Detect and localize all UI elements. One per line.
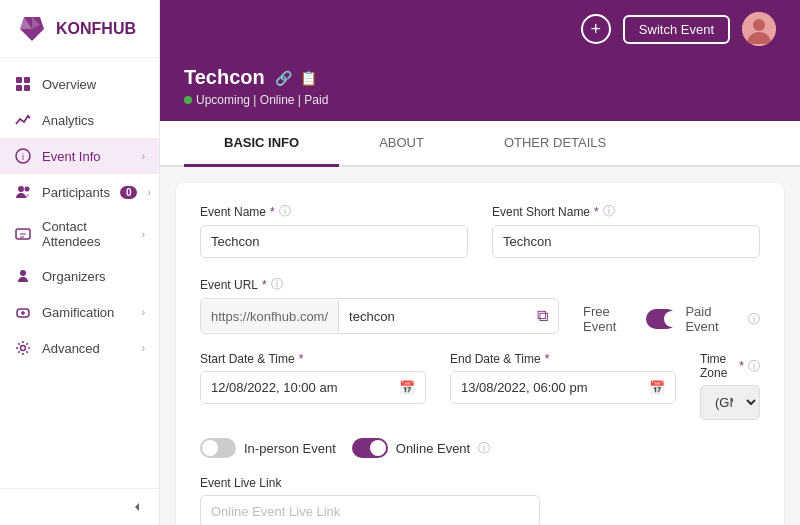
url-input[interactable] <box>339 301 527 332</box>
svg-rect-6 <box>24 85 30 91</box>
logo-text: KONFHUB <box>56 20 136 38</box>
top-bar: + Switch Event <box>160 0 800 58</box>
in-person-label: In-person Event <box>244 441 336 456</box>
payment-info-icon[interactable]: ⓘ <box>748 311 760 328</box>
url-info-icon[interactable]: ⓘ <box>271 276 283 293</box>
switch-event-button[interactable]: Switch Event <box>623 15 730 44</box>
end-date-input[interactable] <box>451 372 639 403</box>
svg-rect-5 <box>16 85 22 91</box>
end-date-group: End Date & Time * 📅 <box>450 352 676 420</box>
event-title-row: Techcon 🔗 📋 <box>184 66 776 89</box>
status-dot <box>184 96 192 104</box>
sidebar-item-advanced[interactable]: Advanced › <box>0 330 159 366</box>
event-name-input[interactable] <box>200 225 468 258</box>
event-header: Techcon 🔗 📋 Upcoming | Online | Paid <box>160 58 800 121</box>
in-person-toggle[interactable] <box>200 438 236 458</box>
form-row-names: Event Name * ⓘ Event Short Name * ⓘ <box>200 203 760 258</box>
tab-basic-info[interactable]: BASIC INFO <box>184 121 339 167</box>
sidebar-item-advanced-label: Advanced <box>42 341 132 356</box>
sidebar-item-contact-attendees[interactable]: Contact Attendees › <box>0 210 159 258</box>
chevron-right-icon4: › <box>142 307 145 318</box>
start-date-group: Start Date & Time * 📅 <box>200 352 426 420</box>
participants-badge: 0 <box>120 186 138 199</box>
timezone-info-icon[interactable]: ⓘ <box>748 358 760 375</box>
in-person-knob <box>202 440 218 456</box>
sidebar-item-analytics[interactable]: Analytics <box>0 102 159 138</box>
online-label: Online Event <box>396 441 470 456</box>
contact-icon <box>14 225 32 243</box>
start-date-calendar-icon[interactable]: 📅 <box>389 372 425 403</box>
sidebar-item-organizers-label: Organizers <box>42 269 145 284</box>
form-row-dates: Start Date & Time * 📅 End Date & Time * <box>200 352 760 420</box>
event-name-info-icon[interactable]: ⓘ <box>279 203 291 220</box>
sidebar-collapse-btn[interactable] <box>0 488 159 525</box>
settings-icon <box>14 339 32 357</box>
toggle-knob <box>664 311 680 327</box>
game-icon <box>14 303 32 321</box>
sidebar-item-analytics-label: Analytics <box>42 113 145 128</box>
tabs-bar: BASIC INFO ABOUT OTHER DETAILS <box>160 121 800 167</box>
sidebar-item-gamification[interactable]: Gamification › <box>0 294 159 330</box>
sidebar-item-overview-label: Overview <box>42 77 145 92</box>
start-date-input[interactable] <box>201 372 389 403</box>
sidebar-item-contact-label: Contact Attendees <box>42 219 132 249</box>
sidebar-item-participants[interactable]: Participants 0 › <box>0 174 159 210</box>
form-row-url: Event URL * ⓘ https://konfhub.com/ ⧉ Fre… <box>200 276 760 334</box>
live-link-input[interactable] <box>200 495 540 525</box>
chevron-right-icon5: › <box>142 343 145 354</box>
sidebar-item-event-info-label: Event Info <box>42 149 132 164</box>
main-content: + Switch Event Techcon 🔗 📋 Upcoming | On… <box>160 0 800 525</box>
event-status: Upcoming | Online | Paid <box>184 93 776 107</box>
online-info-icon[interactable]: ⓘ <box>478 440 490 457</box>
sidebar-item-participants-label: Participants <box>42 185 110 200</box>
add-button[interactable]: + <box>581 14 611 44</box>
info-icon: i <box>14 147 32 165</box>
url-copy-icon[interactable]: ⧉ <box>527 299 558 333</box>
chevron-right-icon: › <box>142 151 145 162</box>
event-title: Techcon <box>184 66 265 89</box>
end-date-label: End Date & Time * <box>450 352 676 366</box>
end-date-wrapper: 📅 <box>450 371 676 404</box>
online-toggle-group: Online Event ⓘ <box>352 438 490 458</box>
people-icon <box>14 183 32 201</box>
timezone-select[interactable]: (GMT+5:30) Asia/Kolkata <box>700 385 760 420</box>
svg-point-10 <box>25 187 30 192</box>
svg-point-16 <box>753 19 765 31</box>
start-date-wrapper: 📅 <box>200 371 426 404</box>
event-url-label: Event URL * ⓘ <box>200 276 559 293</box>
url-prefix: https://konfhub.com/ <box>201 301 339 332</box>
sidebar-item-gamification-label: Gamification <box>42 305 132 320</box>
online-knob <box>370 440 386 456</box>
online-toggle[interactable] <box>352 438 388 458</box>
in-person-toggle-group: In-person Event <box>200 438 336 458</box>
sidebar: KONFHUB Overview Analytics i Event Info … <box>0 0 160 525</box>
free-event-label: Free Event <box>583 304 638 334</box>
paid-event-label: Paid Event <box>685 304 740 334</box>
event-short-name-input[interactable] <box>492 225 760 258</box>
grid-icon <box>14 75 32 93</box>
payment-toggle: Free Event Paid Event ⓘ <box>583 304 760 334</box>
end-date-calendar-icon[interactable]: 📅 <box>639 372 675 403</box>
sidebar-item-organizers[interactable]: Organizers <box>0 258 159 294</box>
svg-point-14 <box>21 346 26 351</box>
payment-toggle-switch[interactable] <box>646 309 677 329</box>
org-icon <box>14 267 32 285</box>
event-short-name-group: Event Short Name * ⓘ <box>492 203 760 258</box>
copy-icon[interactable]: 📋 <box>300 70 317 86</box>
event-short-name-info-icon[interactable]: ⓘ <box>603 203 615 220</box>
sidebar-nav: Overview Analytics i Event Info › Partic… <box>0 58 159 488</box>
sidebar-item-event-info[interactable]: i Event Info › <box>0 138 159 174</box>
user-avatar[interactable] <box>742 12 776 46</box>
logo[interactable]: KONFHUB <box>0 0 159 58</box>
event-status-text: Upcoming | Online | Paid <box>196 93 328 107</box>
tab-about[interactable]: ABOUT <box>339 121 464 167</box>
svg-rect-3 <box>16 77 22 83</box>
sidebar-item-overview[interactable]: Overview <box>0 66 159 102</box>
event-short-name-label: Event Short Name * ⓘ <box>492 203 760 220</box>
chevron-right-icon3: › <box>142 229 145 240</box>
chart-icon <box>14 111 32 129</box>
link-icon[interactable]: 🔗 <box>275 70 292 86</box>
timezone-group: Time Zone * ⓘ (GMT+5:30) Asia/Kolkata <box>700 352 760 420</box>
svg-text:i: i <box>22 152 24 162</box>
tab-other-details[interactable]: OTHER DETAILS <box>464 121 646 167</box>
